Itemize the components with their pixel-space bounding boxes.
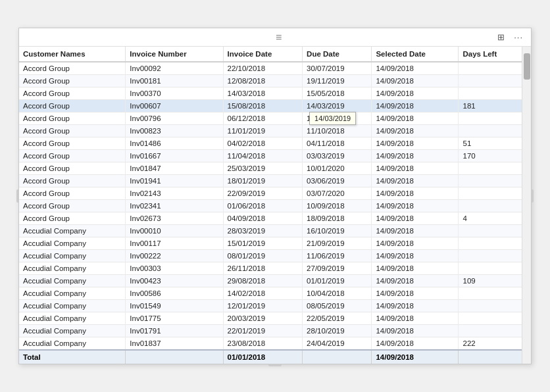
table-row[interactable]: Accudial CompanyInv0042329/08/201801/01/… (19, 275, 522, 287)
titlebar-drag-area[interactable]: ≡ (276, 32, 283, 43)
cell-due_date: 27/09/2019 (303, 262, 372, 275)
cell-selected_date: 14/09/2018 (372, 262, 459, 275)
scrollbar-thumb[interactable] (524, 53, 530, 80)
cell-days_left: 222 (459, 337, 522, 351)
cell-days_left (459, 187, 522, 200)
table-row[interactable]: Accord GroupInv0079606/12/201818/06/2019… (19, 112, 522, 125)
titlebar-actions: ⊞ ··· (495, 31, 526, 43)
cell-invoice_number: Inv01791 (126, 325, 223, 337)
cell-days_left (459, 75, 522, 87)
cell-customer: Accord Group (19, 150, 126, 162)
table-header: Customer Names Invoice Number Invoice Da… (19, 47, 522, 62)
table-row[interactable]: Accudial CompanyInv0001028/03/201916/10/… (19, 225, 522, 237)
table-row[interactable]: Accudial CompanyInv0058614/02/201810/04/… (19, 287, 522, 300)
cell-selected_date: 14/09/2018 (372, 225, 459, 237)
cell-invoice_number: Inv00222 (126, 250, 223, 262)
cell-selected_date: 14/09/2018 (372, 150, 459, 162)
expand-button[interactable]: ⊞ (495, 31, 507, 43)
cell-invoice_date: 11/01/2019 (223, 125, 303, 137)
cell-days_left (459, 87, 522, 100)
table-row[interactable]: Accord GroupInv0234101/06/201810/09/2018… (19, 200, 522, 212)
table-row[interactable]: Accord GroupInv0214322/09/201903/07/2020… (19, 187, 522, 200)
cell-invoice_date: 06/12/2018 (223, 112, 303, 125)
table-row[interactable]: Accudial CompanyInv0030326/11/201827/09/… (19, 262, 522, 275)
table-row[interactable]: Accord GroupInv0194118/01/201903/06/2019… (19, 175, 522, 187)
table-row[interactable]: Accudial CompanyInv0177520/03/201922/05/… (19, 312, 522, 325)
cell-invoice_number: Inv01549 (126, 300, 223, 312)
cell-due_date: 28/10/2019 (303, 325, 372, 337)
cell-days_left (459, 225, 522, 237)
cell-customer: Accord Group (19, 175, 126, 187)
cell-selected_date: 14/09/2018 (372, 75, 459, 87)
cell-invoice_number: Inv00423 (126, 275, 223, 287)
cell-selected_date: 14/09/2018 (372, 187, 459, 200)
table-row[interactable]: Accudial CompanyInv0011715/01/201921/09/… (19, 237, 522, 250)
cell-invoice_number: Inv01486 (126, 137, 223, 150)
cell-invoice_date: 15/08/2018 (223, 100, 303, 112)
cell-days_left (459, 200, 522, 212)
cell-due_date: 04/11/2018 (303, 137, 372, 150)
scrollbar[interactable] (522, 47, 531, 364)
cell-customer: Accudial Company (19, 225, 126, 237)
drag-icon: ≡ (276, 32, 283, 43)
col-header-days-left: Days Left (459, 47, 522, 62)
cell-selected_date: 14/09/2018 (372, 312, 459, 325)
cell-customer: Accord Group (19, 125, 126, 137)
footer-invoice-number (126, 350, 223, 364)
table-row[interactable]: Accudial CompanyInv0179122/01/201928/10/… (19, 325, 522, 337)
data-table: Customer Names Invoice Number Invoice Da… (19, 47, 522, 364)
cell-due_date: 30/07/2019 (303, 62, 372, 75)
table-row[interactable]: Accord GroupInv0018112/08/201819/11/2019… (19, 75, 522, 87)
cell-invoice_date: 01/06/2018 (223, 200, 303, 212)
table-row[interactable]: Accord GroupInv0166711/04/201803/03/2019… (19, 150, 522, 162)
cell-invoice_date: 22/01/2019 (223, 325, 303, 337)
table-row[interactable]: Accord GroupInv0060715/08/201814/03/2019… (19, 100, 522, 112)
footer-label: Total (19, 350, 126, 364)
cell-selected_date: 14/09/2018 (372, 337, 459, 351)
cell-invoice_number: Inv00117 (126, 237, 223, 250)
cell-invoice_date: 04/02/2018 (223, 137, 303, 150)
table-row[interactable]: Accord GroupInv0148604/02/201804/11/2018… (19, 137, 522, 150)
col-header-invoice-number: Invoice Number (126, 47, 223, 62)
table-row[interactable]: Accord GroupInv0009222/10/201830/07/2019… (19, 62, 522, 75)
cell-due_date: 18/09/2018 (303, 212, 372, 225)
footer-selected-date: 14/09/2018 (372, 350, 459, 364)
cell-due_date: 01/01/2019 (303, 275, 372, 287)
cell-days_left: 51 (459, 137, 522, 150)
cell-invoice_number: Inv00303 (126, 262, 223, 275)
cell-invoice_number: Inv00796 (126, 112, 223, 125)
cell-days_left (459, 162, 522, 175)
table-row[interactable]: Accudial CompanyInv0154912/01/201908/05/… (19, 300, 522, 312)
cell-invoice_number: Inv00586 (126, 287, 223, 300)
cell-invoice_date: 23/08/2018 (223, 337, 303, 351)
cell-days_left: 4 (459, 212, 522, 225)
cell-invoice_date: 08/01/2019 (223, 250, 303, 262)
cell-invoice_date: 22/09/2019 (223, 187, 303, 200)
cell-invoice_number: Inv01847 (126, 162, 223, 175)
table-row[interactable]: Accudial CompanyInv0183723/08/201824/04/… (19, 337, 522, 351)
footer-days-left (459, 350, 522, 364)
cell-days_left (459, 62, 522, 75)
table-row[interactable]: Accord GroupInv0037014/03/201815/05/2018… (19, 87, 522, 100)
cell-selected_date: 14/09/2018 (372, 212, 459, 225)
cell-due_date: 18/06/2019 (303, 112, 372, 125)
table-row[interactable]: Accord GroupInv0082311/01/201911/10/2018… (19, 125, 522, 137)
cell-days_left (459, 262, 522, 275)
table-row[interactable]: Accord GroupInv0184725/03/201910/01/2020… (19, 162, 522, 175)
cell-invoice_number: Inv01775 (126, 312, 223, 325)
cell-selected_date: 14/09/2018 (372, 237, 459, 250)
cell-invoice_number: Inv00607 (126, 100, 223, 112)
table-row[interactable]: Accudial CompanyInv0022208/01/201911/06/… (19, 250, 522, 262)
cell-invoice_date: 14/02/2018 (223, 287, 303, 300)
cell-due_date: 14/03/201914/03/2019 (303, 100, 372, 112)
cell-days_left (459, 287, 522, 300)
table-row[interactable]: Accord GroupInv0267304/09/201818/09/2018… (19, 212, 522, 225)
more-button[interactable]: ··· (511, 31, 526, 43)
cell-selected_date: 14/09/2018 (372, 200, 459, 212)
cell-due_date: 22/05/2019 (303, 312, 372, 325)
cell-customer: Accord Group (19, 75, 126, 87)
cell-invoice_number: Inv00181 (126, 75, 223, 87)
cell-days_left (459, 312, 522, 325)
main-window: ≡ ⊞ ··· Customer Names Invoice Number In… (18, 28, 532, 364)
cell-due_date: 03/03/2019 (303, 150, 372, 162)
